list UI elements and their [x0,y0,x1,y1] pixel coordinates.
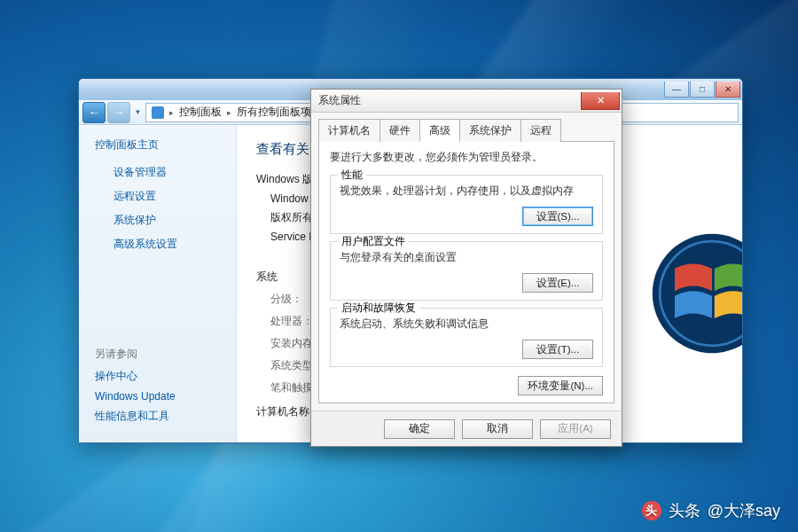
group-desc: 系统启动、系统失败和调试信息 [340,317,593,331]
close-icon: ✕ [597,95,605,106]
tab-strip: 计算机名 硬件 高级 系统保护 远程 [311,113,622,141]
forward-button[interactable]: → [107,102,130,123]
group-user-profiles: 用户配置文件 与您登录有关的桌面设置 设置(E)... [330,241,603,301]
sidebar-item-remote-settings[interactable]: 远程设置 [95,189,222,204]
dialog-footer: 确定 取消 应用(A) [311,411,622,446]
system-properties-dialog: 系统属性 ✕ 计算机名 硬件 高级 系统保护 远程 要进行大多数更改，您必须作为… [310,89,622,447]
group-performance: 性能 视觉效果，处理器计划，内存使用，以及虚拟内存 设置(S)... [330,175,603,234]
admin-hint: 要进行大多数更改，您必须作为管理员登录。 [330,151,603,164]
tab-remote[interactable]: 远程 [520,119,561,142]
minimize-button[interactable]: — [664,82,689,98]
close-button[interactable]: ✕ [716,82,740,98]
breadcrumb-seg-2[interactable]: 所有控制面板项 [237,105,311,120]
cancel-button[interactable]: 取消 [462,419,533,439]
breadcrumb-separator: ▸ [227,108,231,117]
sidebar-item-label: 设备管理器 [113,165,167,180]
history-dropdown[interactable]: ▼ [132,102,144,123]
sidebar-related-title: 另请参阅 [95,347,222,362]
group-desc: 与您登录有关的桌面设置 [340,251,593,264]
back-button[interactable]: ← [82,102,106,123]
minimize-icon: — [672,84,681,94]
dialog-title: 系统属性 [318,93,361,108]
sidebar-item-system-protection[interactable]: 系统保护 [95,213,222,228]
ok-button[interactable]: 确定 [384,419,455,439]
startup-settings-button[interactable]: 设置(T)... [522,340,593,359]
watermark-prefix: 头条 [669,500,700,521]
userprofile-settings-button[interactable]: 设置(E)... [522,273,593,293]
watermark-handle: @大泽say [708,500,780,521]
shield-icon [95,215,107,227]
sidebar-link-performance[interactable]: 性能信息和工具 [95,409,222,424]
tab-system-protection[interactable]: 系统保护 [459,119,521,142]
chevron-down-icon: ▼ [135,108,142,116]
maximize-button[interactable]: □ [690,82,715,98]
group-title: 用户配置文件 [338,235,409,248]
sidebar-item-label: 远程设置 [113,189,156,204]
close-icon: ✕ [724,84,732,94]
tab-computer-name[interactable]: 计算机名 [318,119,380,142]
sidebar-item-advanced-system[interactable]: 高级系统设置 [95,237,222,252]
sidebar-link-windows-update[interactable]: Windows Update [95,390,222,403]
shield-icon [95,191,107,203]
group-desc: 视觉效果，处理器计划，内存使用，以及虚拟内存 [340,184,593,198]
sidebar: 控制面板主页 设备管理器 远程设置 系统保护 高级系统设置 另请参阅 操作中心 … [79,125,237,442]
apply-button[interactable]: 应用(A) [540,419,611,439]
windows-logo-icon [650,231,743,356]
sidebar-item-label: 系统保护 [113,213,156,228]
maximize-icon: □ [700,84,705,94]
toutiao-icon: 头 [642,501,661,520]
breadcrumb-separator: ▸ [169,108,174,117]
sidebar-item-device-manager[interactable]: 设备管理器 [95,165,222,180]
group-title: 启动和故障恢复 [338,301,419,315]
sidebar-home-link[interactable]: 控制面板主页 [95,137,222,153]
arrow-right-icon: → [113,106,125,119]
tab-advanced[interactable]: 高级 [419,119,460,142]
shield-icon [95,167,107,179]
dialog-close-button[interactable]: ✕ [581,92,620,110]
sidebar-item-label: 高级系统设置 [113,237,177,252]
group-title: 性能 [338,168,366,182]
group-startup-recovery: 启动和故障恢复 系统启动、系统失败和调试信息 设置(T)... [330,308,603,367]
sidebar-link-action-center[interactable]: 操作中心 [95,369,222,384]
breadcrumb-seg-1[interactable]: 控制面板 [179,105,222,120]
performance-settings-button[interactable]: 设置(S)... [522,207,593,226]
environment-variables-button[interactable]: 环境变量(N)... [518,376,603,395]
tab-hardware[interactable]: 硬件 [379,119,420,142]
shield-icon [95,239,107,251]
dialog-titlebar: 系统属性 ✕ [311,90,622,113]
tab-panel-advanced: 要进行大多数更改，您必须作为管理员登录。 性能 视觉效果，处理器计划，内存使用，… [318,141,614,403]
watermark: 头 头条 @大泽say [642,500,780,521]
control-panel-icon [152,106,164,119]
arrow-left-icon: ← [89,106,100,119]
